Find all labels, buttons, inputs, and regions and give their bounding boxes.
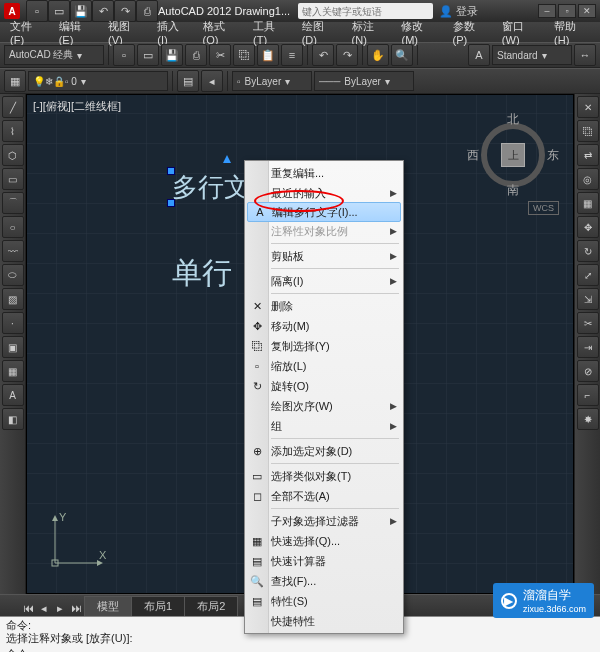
command-input[interactable] [31, 648, 594, 652]
ctx-quickcalc[interactable]: ▤快速计算器 [245, 551, 403, 571]
ctx-find[interactable]: 🔍查找(F)... [245, 571, 403, 591]
menu-modify[interactable]: 修改(M) [395, 17, 444, 48]
selection-grip[interactable] [167, 199, 175, 207]
wcs-label[interactable]: WCS [528, 201, 559, 215]
ctx-group[interactable]: 组▶ [245, 416, 403, 436]
menu-dim[interactable]: 标注(N) [346, 17, 394, 48]
menu-insert[interactable]: 插入(I) [151, 17, 194, 48]
offset-icon[interactable]: ◎ [577, 168, 599, 190]
ctx-clipboard[interactable]: 剪贴板▶ [245, 246, 403, 266]
ctx-select-similar[interactable]: ▭选择类似对象(T) [245, 466, 403, 486]
table-icon[interactable]: ▦ [2, 360, 24, 382]
ctx-copy[interactable]: ⿻复制选择(Y) [245, 336, 403, 356]
array-icon[interactable]: ▦ [577, 192, 599, 214]
menu-tools[interactable]: 工具(T) [247, 17, 294, 48]
erase-icon[interactable]: ✕ [577, 96, 599, 118]
mtext-icon[interactable]: A [2, 384, 24, 406]
selection-grip[interactable] [167, 167, 175, 175]
ctx-subobj-filter[interactable]: 子对象选择过滤器▶ [245, 511, 403, 531]
tab-first-icon[interactable]: ⏮ [20, 600, 36, 616]
arc-icon[interactable]: ⌒ [2, 192, 24, 214]
trim-icon[interactable]: ✂ [577, 312, 599, 334]
stretch-icon[interactable]: ⇲ [577, 288, 599, 310]
ctx-quick-props[interactable]: 快捷特性 [245, 611, 403, 631]
layer-props-icon[interactable]: ▦ [4, 70, 26, 92]
tb-zoom-icon[interactable]: 🔍 [391, 44, 413, 66]
hatch-icon[interactable]: ▨ [2, 288, 24, 310]
tb-dim-icon[interactable]: ↔ [574, 44, 596, 66]
menu-param[interactable]: 参数(P) [447, 17, 494, 48]
polygon-icon[interactable]: ⬡ [2, 144, 24, 166]
line-icon[interactable]: ╱ [2, 96, 24, 118]
ctx-repeat[interactable]: 重复编辑... [245, 163, 403, 183]
tb-undo-icon[interactable]: ↶ [312, 44, 334, 66]
menu-edit[interactable]: 编辑(E) [53, 17, 100, 48]
layer-dropdown[interactable]: 💡❄🔒▫ 0▾ [28, 71, 168, 91]
ctx-edit-mtext[interactable]: A编辑多行文字(I)... [247, 202, 401, 222]
menu-window[interactable]: 窗口(W) [496, 17, 546, 48]
color-dropdown[interactable]: ▫ByLayer▾ [232, 71, 312, 91]
rotate-icon: ↻ [249, 380, 265, 393]
break-icon[interactable]: ⊘ [577, 360, 599, 382]
tb-pan-icon[interactable]: ✋ [367, 44, 389, 66]
tb-open-icon[interactable]: ▭ [137, 44, 159, 66]
tb-redo-icon[interactable]: ↷ [336, 44, 358, 66]
tab-model[interactable]: 模型 [84, 596, 132, 616]
menu-draw[interactable]: 绘图(D) [296, 17, 344, 48]
ctx-isolate[interactable]: 隔离(I)▶ [245, 271, 403, 291]
ctx-add-selected[interactable]: ⊕添加选定对象(D) [245, 441, 403, 461]
circle-icon[interactable]: ○ [2, 216, 24, 238]
tab-layout1[interactable]: 布局1 [131, 596, 185, 616]
menu-view[interactable]: 视图(V) [102, 17, 149, 48]
tb-cut-icon[interactable]: ✂ [209, 44, 231, 66]
menu-help[interactable]: 帮助(H) [548, 17, 596, 48]
ctx-qselect[interactable]: ▦快速选择(Q)... [245, 531, 403, 551]
tb-plot-icon[interactable]: ⎙ [185, 44, 207, 66]
selection-arrow-icon[interactable] [223, 155, 231, 163]
tb-copy-icon[interactable]: ⿻ [233, 44, 255, 66]
scale-icon[interactable]: ⤢ [577, 264, 599, 286]
tab-layout2[interactable]: 布局2 [184, 596, 238, 616]
view-cube[interactable]: 上 北 南 东 西 WCS [473, 115, 553, 195]
ctx-move[interactable]: ✥移动(M) [245, 316, 403, 336]
workspace-dropdown[interactable]: AutoCAD 经典▾ [4, 45, 104, 65]
tb-paste-icon[interactable]: 📋 [257, 44, 279, 66]
rotate-icon[interactable]: ↻ [577, 240, 599, 262]
ctx-deselect-all[interactable]: ◻全部不选(A) [245, 486, 403, 506]
style-dropdown[interactable]: Standard▾ [492, 45, 572, 65]
layer-prev-icon[interactable]: ◂ [201, 70, 223, 92]
move-icon[interactable]: ✥ [577, 216, 599, 238]
play-icon: ▶ [501, 593, 517, 609]
mirror-icon[interactable]: ⇄ [577, 144, 599, 166]
tab-last-icon[interactable]: ⏭ [68, 600, 84, 616]
region-icon[interactable]: ◧ [2, 408, 24, 430]
menu-file[interactable]: 文件(F) [4, 17, 51, 48]
menu-format[interactable]: 格式(O) [197, 17, 245, 48]
ellipse-icon[interactable]: ⬭ [2, 264, 24, 286]
tb-textstyle-icon[interactable]: A [468, 44, 490, 66]
extend-icon[interactable]: ⇥ [577, 336, 599, 358]
viewport-label[interactable]: [-][俯视][二维线框] [33, 99, 121, 114]
ctx-erase[interactable]: ✕删除 [245, 296, 403, 316]
block-icon[interactable]: ▣ [2, 336, 24, 358]
rect-icon[interactable]: ▭ [2, 168, 24, 190]
copy-icon[interactable]: ⿻ [577, 120, 599, 142]
layer-iso-icon[interactable]: ▤ [177, 70, 199, 92]
fillet-icon[interactable]: ⌐ [577, 384, 599, 406]
ctx-rotate[interactable]: ↻旋转(O) [245, 376, 403, 396]
tb-save-icon[interactable]: 💾 [161, 44, 183, 66]
pline-icon[interactable]: ⌇ [2, 120, 24, 142]
ctx-draworder[interactable]: 绘图次序(W)▶ [245, 396, 403, 416]
ctx-properties[interactable]: ▤特性(S) [245, 591, 403, 611]
explode-icon[interactable]: ✸ [577, 408, 599, 430]
tab-next-icon[interactable]: ▸ [52, 600, 68, 616]
ctx-scale[interactable]: ▫缩放(L) [245, 356, 403, 376]
ctx-recent-input[interactable]: 最近的输入▶ [245, 183, 403, 203]
spline-icon[interactable]: 〰 [2, 240, 24, 262]
tb-match-icon[interactable]: ≡ [281, 44, 303, 66]
point-icon[interactable]: · [2, 312, 24, 334]
text-object-2[interactable]: 单行 [172, 253, 232, 294]
tb-new-icon[interactable]: ▫ [113, 44, 135, 66]
tab-prev-icon[interactable]: ◂ [36, 600, 52, 616]
linetype-dropdown[interactable]: ───ByLayer▾ [314, 71, 414, 91]
